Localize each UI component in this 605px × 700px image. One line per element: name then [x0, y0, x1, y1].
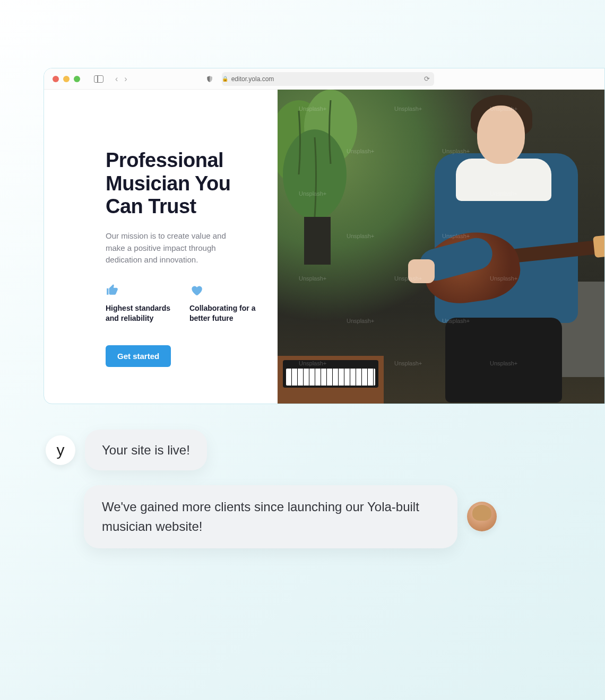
feature-text: Highest standards and reliability — [106, 303, 175, 324]
chat-bubble: We've gained more clients since launchin… — [84, 485, 457, 548]
avatar-letter: y — [57, 441, 65, 459]
feature-item: Collaborating for a better future — [189, 283, 258, 324]
hero-mission: Our mission is to create value and make … — [106, 230, 244, 266]
forward-icon[interactable]: › — [124, 74, 127, 84]
user-avatar — [467, 502, 497, 531]
yola-avatar: y — [46, 435, 75, 465]
minimize-window-icon[interactable] — [63, 76, 70, 82]
maximize-window-icon[interactable] — [74, 76, 80, 82]
chat-area: y Your site is live! We've gained more c… — [46, 430, 497, 563]
browser-toolbar: ‹ › 🔒 editor.yola.com ⟳ — [44, 68, 604, 90]
sidebar-toggle-icon[interactable] — [94, 75, 103, 83]
chat-bubble: Your site is live! — [85, 430, 207, 470]
page-content: Professional Musician You Can Trust Our … — [44, 90, 604, 404]
feature-text: Collaborating for a better future — [189, 303, 258, 324]
browser-window: ‹ › 🔒 editor.yola.com ⟳ Professional Mus… — [44, 68, 605, 404]
url-bar[interactable]: 🔒 editor.yola.com ⟳ — [222, 72, 434, 86]
feature-list: Highest standards and reliability Collab… — [106, 283, 262, 324]
feature-item: Highest standards and reliability — [106, 283, 175, 324]
chat-message-row: We've gained more clients since launchin… — [84, 485, 497, 548]
hero-image: Unsplash+ Unsplash+ Unsplash+ Unsplash+ … — [278, 90, 604, 404]
nav-arrows: ‹ › — [115, 74, 127, 84]
chat-message-row: y Your site is live! — [46, 430, 497, 470]
reload-icon[interactable]: ⟳ — [424, 75, 430, 83]
svg-rect-3 — [304, 217, 331, 265]
get-started-button[interactable]: Get started — [106, 345, 171, 367]
privacy-shield-icon[interactable] — [206, 75, 213, 83]
back-icon[interactable]: ‹ — [115, 74, 118, 84]
url-text: editor.yola.com — [231, 75, 274, 83]
hero-left: Professional Musician You Can Trust Our … — [44, 90, 278, 404]
thumbs-up-icon — [106, 283, 175, 296]
lock-icon: 🔒 — [222, 76, 228, 82]
hero-headline: Professional Musician You Can Trust — [106, 149, 262, 218]
close-window-icon[interactable] — [53, 76, 59, 82]
heart-icon — [189, 283, 258, 296]
traffic-lights — [53, 76, 80, 82]
